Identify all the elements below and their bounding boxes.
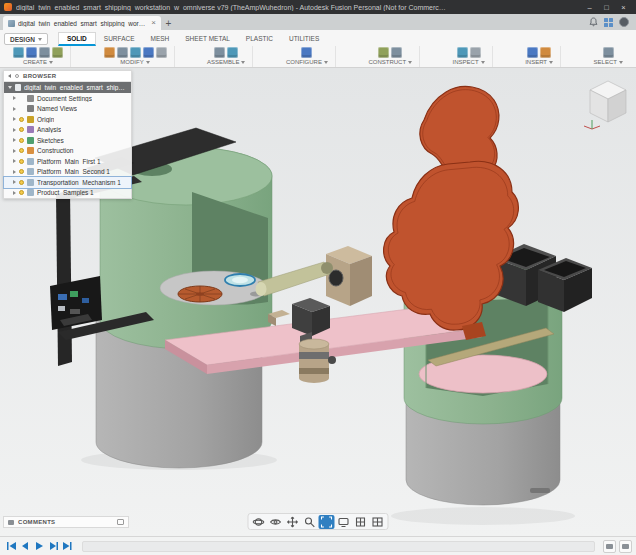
create-menu[interactable]: CREATE [23,59,53,65]
expand-arrow-icon[interactable] [13,138,16,142]
new-sketch-icon[interactable] [13,47,24,58]
grid-settings-icon[interactable] [353,515,369,529]
insert-menu[interactable]: INSERT [525,59,553,65]
configure-menu[interactable]: CONFIGURE [286,59,328,65]
tabbar-right-icons [585,14,633,30]
expand-arrow-icon[interactable] [13,149,16,153]
browser-item-analysis[interactable]: Analysis [4,125,131,136]
new-tab-button[interactable]: + [161,16,176,30]
collapse-panel-icon[interactable] [8,74,11,78]
viewports-icon[interactable] [370,515,386,529]
toolbar-tabs-row: DESIGN SOLID SURFACE MESH SHEET METAL PL… [0,30,636,46]
expand-arrow-icon[interactable] [8,86,12,89]
combine-icon[interactable] [143,47,154,58]
expand-arrow-icon[interactable] [13,107,16,111]
expand-arrow-icon[interactable] [13,96,16,100]
visibility-bulb-icon[interactable] [19,138,24,143]
pan-icon[interactable] [285,515,301,529]
decal-icon[interactable] [540,47,551,58]
look-at-icon[interactable] [268,515,284,529]
modify-menu[interactable]: MODIFY [120,59,149,65]
expand-arrow-icon[interactable] [13,159,16,163]
document-tab[interactable]: digital_twin_enabled_smart_shipping_work… [3,16,161,30]
go-to-end-icon[interactable] [60,540,74,553]
expand-arrow-icon[interactable] [13,191,16,195]
tab-sheet-metal[interactable]: SHEET METAL [177,32,238,46]
browser-item-named-views[interactable]: Named Views [4,104,131,115]
browser-dot-icon [15,74,19,78]
new-component-icon[interactable] [214,47,225,58]
section-analysis-icon[interactable] [470,47,481,58]
tab-plastic[interactable]: PLASTIC [238,32,281,46]
tab-surface[interactable]: SURFACE [96,32,143,46]
toolbar: DESIGN SOLID SURFACE MESH SHEET METAL PL… [0,30,636,68]
browser-item-origin[interactable]: Origin [4,114,131,125]
appearance-icon[interactable] [156,47,167,58]
step-forward-icon[interactable] [46,540,60,553]
notification-bell-icon[interactable] [589,17,598,27]
expand-arrow-icon[interactable] [13,128,16,132]
visibility-bulb-icon[interactable] [19,159,24,164]
browser-item-product-samples[interactable]: Product_Samples 1 [4,188,131,199]
assemble-menu[interactable]: ASSEMBLE [207,59,245,65]
select-menu[interactable]: SELECT [594,59,623,65]
fillet-icon[interactable] [117,47,128,58]
expand-arrow-icon[interactable] [13,117,16,121]
expand-comments-icon[interactable] [117,519,124,525]
close-button[interactable]: × [615,0,632,14]
visibility-bulb-icon[interactable] [19,169,24,174]
tab-solid[interactable]: SOLID [58,32,96,46]
user-avatar[interactable] [619,17,629,27]
browser-item-platform-main-second[interactable]: Platform_Main_Second 1 [4,167,131,178]
visibility-bulb-icon[interactable] [19,190,24,195]
zoom-icon[interactable] [302,515,318,529]
comments-bar[interactable]: COMMENTS [3,516,129,528]
display-settings-icon[interactable] [336,515,352,529]
browser-root-row[interactable]: digital_twin_enabled_smart_shipping_work… [4,82,131,93]
timeline-scrubber[interactable] [82,541,595,552]
extrude-icon[interactable] [26,47,37,58]
construct-menu[interactable]: CONSTRUCT [368,59,412,65]
browser-item-sketches[interactable]: Sketches [4,135,131,146]
tab-mesh[interactable]: MESH [143,32,178,46]
tab-utilities[interactable]: UTILITIES [281,32,327,46]
shell-icon[interactable] [130,47,141,58]
timeline-options-icon[interactable] [619,540,632,553]
browser-item-transportation-mechanism[interactable]: Transportation_Mechanism 1 [4,177,131,188]
configuration-icon[interactable] [301,47,312,58]
timeline-group-icon[interactable] [603,540,616,553]
job-status-icon[interactable] [604,18,613,27]
visibility-bulb-icon[interactable] [19,127,24,132]
select-icon[interactable] [603,47,614,58]
chevron-down-icon [549,61,553,64]
navigation-bar [248,513,389,530]
expand-arrow-icon[interactable] [13,180,16,184]
maximize-button[interactable]: □ [598,0,615,14]
press-pull-icon[interactable] [104,47,115,58]
revolve-icon[interactable] [39,47,50,58]
workspace-selector[interactable]: DESIGN [4,33,48,45]
browser-item-platform-main-first[interactable]: Platform_Main_First 1 [4,156,131,167]
tab-close-icon[interactable]: × [151,19,156,27]
go-to-start-icon[interactable] [4,540,18,553]
browser-item-document-settings[interactable]: Document Settings [4,93,131,104]
browser-title: BROWSER [23,73,56,79]
visibility-bulb-icon[interactable] [19,148,24,153]
play-icon[interactable] [32,540,46,553]
sweep-icon[interactable] [52,47,63,58]
insert-derive-icon[interactable] [527,47,538,58]
construction-plane-icon[interactable] [378,47,389,58]
browser-item-construction[interactable]: Construction [4,146,131,157]
visibility-bulb-icon[interactable] [19,180,24,185]
minimize-button[interactable]: – [581,0,598,14]
expand-arrow-icon[interactable] [13,170,16,174]
measure-icon[interactable] [457,47,468,58]
visibility-bulb-icon[interactable] [19,117,24,122]
inspect-menu[interactable]: INSPECT [453,59,485,65]
joint-icon[interactable] [227,47,238,58]
fit-view-icon[interactable] [319,515,335,529]
model-canvas[interactable]: BROWSER digital_twin_enabled_smart_shipp… [0,68,636,536]
construction-axis-icon[interactable] [391,47,402,58]
step-back-icon[interactable] [18,540,32,553]
orbit-icon[interactable] [251,515,267,529]
